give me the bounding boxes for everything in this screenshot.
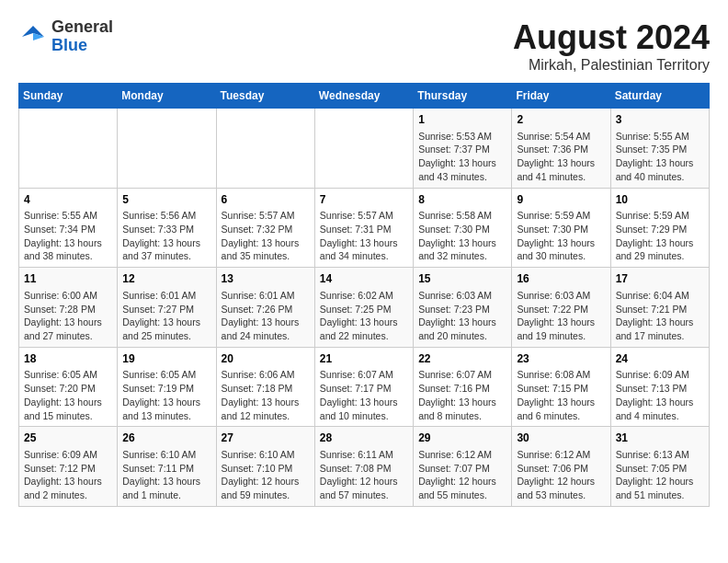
day-number: 13 xyxy=(222,271,310,287)
calendar-cell: 12Sunrise: 6:01 AM Sunset: 7:27 PM Dayli… xyxy=(118,268,216,348)
day-info: Sunrise: 5:55 AM Sunset: 7:34 PM Dayligh… xyxy=(24,209,112,263)
weekday-header-saturday: Saturday xyxy=(610,84,709,109)
calendar-cell: 30Sunrise: 6:12 AM Sunset: 7:06 PM Dayli… xyxy=(512,427,610,507)
calendar-cell: 25Sunrise: 6:09 AM Sunset: 7:12 PM Dayli… xyxy=(19,427,118,507)
title-block: August 2024 Mirkah, Palestinian Territor… xyxy=(513,18,710,74)
day-number: 31 xyxy=(616,431,704,446)
calendar-cell: 21Sunrise: 6:07 AM Sunset: 7:17 PM Dayli… xyxy=(314,347,413,427)
calendar-cell: 7Sunrise: 5:57 AM Sunset: 7:31 PM Daylig… xyxy=(314,188,413,268)
day-number: 1 xyxy=(418,112,506,128)
logo: General Blue xyxy=(18,18,113,55)
calendar-cell: 31Sunrise: 6:13 AM Sunset: 7:05 PM Dayli… xyxy=(610,427,709,507)
day-info: Sunrise: 6:13 AM Sunset: 7:05 PM Dayligh… xyxy=(616,448,704,502)
day-info: Sunrise: 5:59 AM Sunset: 7:30 PM Dayligh… xyxy=(517,209,605,263)
day-info: Sunrise: 5:59 AM Sunset: 7:29 PM Dayligh… xyxy=(616,209,704,263)
day-info: Sunrise: 5:57 AM Sunset: 7:32 PM Dayligh… xyxy=(222,209,310,263)
day-info: Sunrise: 5:54 AM Sunset: 7:36 PM Dayligh… xyxy=(517,130,605,184)
calendar-cell: 5Sunrise: 5:56 AM Sunset: 7:33 PM Daylig… xyxy=(118,188,216,268)
calendar-cell: 11Sunrise: 6:00 AM Sunset: 7:28 PM Dayli… xyxy=(19,268,118,348)
calendar-cell xyxy=(118,109,216,189)
day-number: 15 xyxy=(418,271,506,287)
day-number: 22 xyxy=(418,351,506,367)
day-info: Sunrise: 6:09 AM Sunset: 7:12 PM Dayligh… xyxy=(24,448,112,502)
day-number: 9 xyxy=(517,192,605,208)
calendar-cell: 28Sunrise: 6:11 AM Sunset: 7:08 PM Dayli… xyxy=(314,427,413,507)
day-number: 7 xyxy=(320,192,408,208)
day-info: Sunrise: 6:12 AM Sunset: 7:07 PM Dayligh… xyxy=(418,448,506,502)
calendar-cell: 6Sunrise: 5:57 AM Sunset: 7:32 PM Daylig… xyxy=(216,188,314,268)
day-number: 28 xyxy=(320,431,408,446)
calendar-week-row: 18Sunrise: 6:05 AM Sunset: 7:20 PM Dayli… xyxy=(19,347,710,427)
day-number: 8 xyxy=(418,192,506,208)
calendar-cell: 24Sunrise: 6:09 AM Sunset: 7:13 PM Dayli… xyxy=(610,347,709,427)
weekday-header-wednesday: Wednesday xyxy=(314,84,413,109)
day-number: 14 xyxy=(320,271,408,287)
day-number: 6 xyxy=(222,192,310,208)
day-number: 26 xyxy=(122,431,210,446)
calendar-cell: 15Sunrise: 6:03 AM Sunset: 7:23 PM Dayli… xyxy=(414,268,512,348)
page-header: General Blue August 2024 Mirkah, Palesti… xyxy=(18,18,710,74)
weekday-header-tuesday: Tuesday xyxy=(216,84,314,109)
month-year-title: August 2024 xyxy=(513,18,710,57)
calendar-cell: 22Sunrise: 6:07 AM Sunset: 7:16 PM Dayli… xyxy=(414,347,512,427)
day-info: Sunrise: 6:01 AM Sunset: 7:27 PM Dayligh… xyxy=(122,289,210,343)
calendar-table: SundayMondayTuesdayWednesdayThursdayFrid… xyxy=(18,83,710,507)
calendar-cell xyxy=(19,109,118,189)
calendar-cell xyxy=(314,109,413,189)
calendar-week-row: 1Sunrise: 5:53 AM Sunset: 7:37 PM Daylig… xyxy=(19,109,710,189)
calendar-cell: 4Sunrise: 5:55 AM Sunset: 7:34 PM Daylig… xyxy=(19,188,118,268)
day-number: 24 xyxy=(616,351,704,367)
day-info: Sunrise: 5:58 AM Sunset: 7:30 PM Dayligh… xyxy=(418,209,506,263)
weekday-header-friday: Friday xyxy=(512,84,610,109)
day-number: 16 xyxy=(517,271,605,287)
day-number: 3 xyxy=(616,112,704,128)
calendar-cell: 14Sunrise: 6:02 AM Sunset: 7:25 PM Dayli… xyxy=(314,268,413,348)
day-number: 2 xyxy=(517,112,605,128)
day-number: 27 xyxy=(222,431,310,446)
day-info: Sunrise: 6:10 AM Sunset: 7:10 PM Dayligh… xyxy=(222,448,310,502)
day-info: Sunrise: 6:03 AM Sunset: 7:22 PM Dayligh… xyxy=(517,289,605,343)
calendar-cell: 13Sunrise: 6:01 AM Sunset: 7:26 PM Dayli… xyxy=(216,268,314,348)
day-number: 20 xyxy=(222,351,310,367)
weekday-header-sunday: Sunday xyxy=(19,84,118,109)
logo-icon xyxy=(18,22,48,52)
calendar-week-row: 4Sunrise: 5:55 AM Sunset: 7:34 PM Daylig… xyxy=(19,188,710,268)
day-info: Sunrise: 6:06 AM Sunset: 7:18 PM Dayligh… xyxy=(222,368,310,422)
day-info: Sunrise: 6:01 AM Sunset: 7:26 PM Dayligh… xyxy=(222,289,310,343)
day-number: 30 xyxy=(517,431,605,446)
day-info: Sunrise: 5:53 AM Sunset: 7:37 PM Dayligh… xyxy=(418,130,506,184)
calendar-cell: 8Sunrise: 5:58 AM Sunset: 7:30 PM Daylig… xyxy=(414,188,512,268)
day-info: Sunrise: 6:00 AM Sunset: 7:28 PM Dayligh… xyxy=(24,289,112,343)
weekday-header-row: SundayMondayTuesdayWednesdayThursdayFrid… xyxy=(19,84,710,109)
calendar-cell: 18Sunrise: 6:05 AM Sunset: 7:20 PM Dayli… xyxy=(19,347,118,427)
calendar-cell: 17Sunrise: 6:04 AM Sunset: 7:21 PM Dayli… xyxy=(610,268,709,348)
day-info: Sunrise: 6:04 AM Sunset: 7:21 PM Dayligh… xyxy=(616,289,704,343)
day-info: Sunrise: 6:09 AM Sunset: 7:13 PM Dayligh… xyxy=(616,368,704,422)
logo-blue: Blue xyxy=(51,37,113,55)
calendar-week-row: 25Sunrise: 6:09 AM Sunset: 7:12 PM Dayli… xyxy=(19,427,710,507)
day-info: Sunrise: 6:05 AM Sunset: 7:19 PM Dayligh… xyxy=(122,368,210,422)
day-number: 4 xyxy=(24,192,112,208)
calendar-cell: 26Sunrise: 6:10 AM Sunset: 7:11 PM Dayli… xyxy=(118,427,216,507)
logo-general: General xyxy=(51,18,113,37)
day-number: 12 xyxy=(122,271,210,287)
calendar-cell: 2Sunrise: 5:54 AM Sunset: 7:36 PM Daylig… xyxy=(512,109,610,189)
day-number: 10 xyxy=(616,192,704,208)
calendar-cell: 19Sunrise: 6:05 AM Sunset: 7:19 PM Dayli… xyxy=(118,347,216,427)
day-info: Sunrise: 6:10 AM Sunset: 7:11 PM Dayligh… xyxy=(122,448,210,502)
day-info: Sunrise: 6:12 AM Sunset: 7:06 PM Dayligh… xyxy=(517,448,605,502)
calendar-cell: 16Sunrise: 6:03 AM Sunset: 7:22 PM Dayli… xyxy=(512,268,610,348)
calendar-cell: 23Sunrise: 6:08 AM Sunset: 7:15 PM Dayli… xyxy=(512,347,610,427)
day-number: 18 xyxy=(24,351,112,367)
day-info: Sunrise: 6:07 AM Sunset: 7:16 PM Dayligh… xyxy=(418,368,506,422)
day-number: 25 xyxy=(24,431,112,446)
day-number: 23 xyxy=(517,351,605,367)
calendar-week-row: 11Sunrise: 6:00 AM Sunset: 7:28 PM Dayli… xyxy=(19,268,710,348)
day-info: Sunrise: 6:11 AM Sunset: 7:08 PM Dayligh… xyxy=(320,448,408,502)
calendar-cell: 27Sunrise: 6:10 AM Sunset: 7:10 PM Dayli… xyxy=(216,427,314,507)
day-info: Sunrise: 6:07 AM Sunset: 7:17 PM Dayligh… xyxy=(320,368,408,422)
day-info: Sunrise: 6:05 AM Sunset: 7:20 PM Dayligh… xyxy=(24,368,112,422)
day-number: 19 xyxy=(122,351,210,367)
location-subtitle: Mirkah, Palestinian Territory xyxy=(513,57,710,74)
day-info: Sunrise: 6:03 AM Sunset: 7:23 PM Dayligh… xyxy=(418,289,506,343)
